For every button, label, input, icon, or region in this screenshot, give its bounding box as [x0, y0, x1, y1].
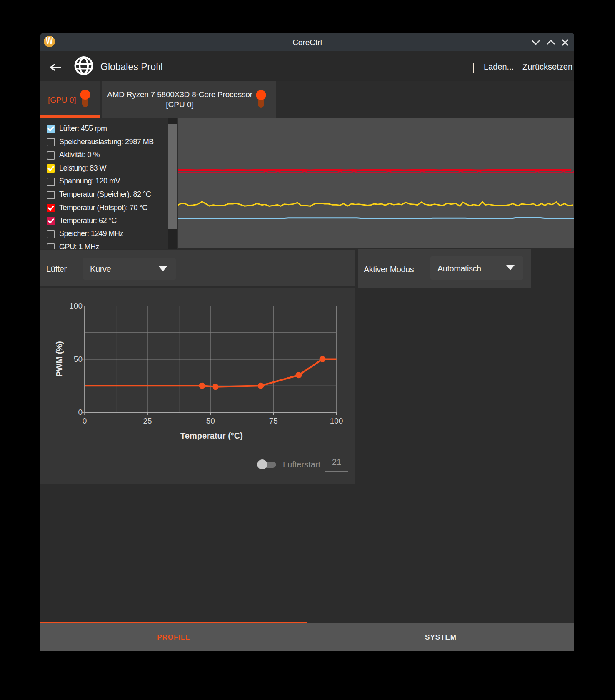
- svg-text:0: 0: [78, 408, 82, 416]
- svg-text:75: 75: [269, 416, 278, 425]
- svg-text:Lüfterstart: Lüfterstart: [283, 460, 320, 469]
- svg-text:100: 100: [69, 301, 82, 310]
- svg-text:25: 25: [143, 416, 152, 425]
- svg-text:50: 50: [74, 355, 82, 364]
- svg-text:100: 100: [330, 416, 343, 425]
- svg-text:0: 0: [82, 416, 87, 425]
- svg-text:21: 21: [332, 457, 341, 467]
- svg-text:50: 50: [206, 416, 215, 425]
- svg-text:Temperatur (°C): Temperatur (°C): [180, 431, 243, 440]
- svg-text:PWM (%): PWM (%): [55, 341, 64, 377]
